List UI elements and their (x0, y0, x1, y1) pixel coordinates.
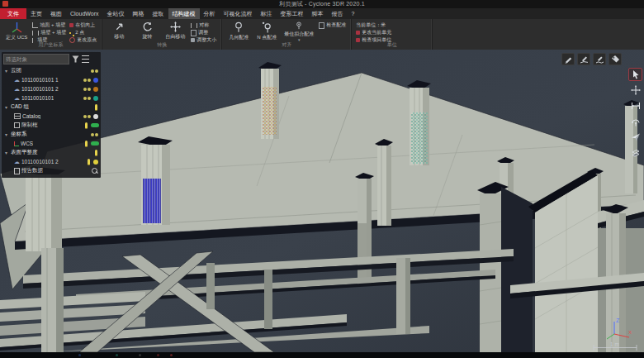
draw-tool-button[interactable] (561, 53, 575, 65)
adjust-button[interactable]: 调整 (191, 30, 216, 36)
catalog-icon (14, 113, 21, 119)
pan-icon (631, 85, 641, 95)
change-unit-icon (356, 31, 360, 35)
color-dot[interactable] (93, 160, 98, 165)
bulb-icon[interactable] (88, 159, 90, 165)
hamburger-icon[interactable] (82, 55, 89, 63)
model-column-pointcloud-blue[interactable] (138, 136, 173, 225)
taskbar-dot (139, 354, 141, 356)
eye-icon[interactable] (83, 115, 87, 118)
model-column-speckled-teal[interactable] (407, 80, 431, 165)
tab-mesh[interactable]: 网格 (129, 8, 149, 19)
group-label-ucs: 用户坐标系 (0, 41, 102, 49)
bulb-icon[interactable] (85, 122, 88, 129)
model-column-speckled-orange[interactable] (258, 62, 282, 139)
color-dot[interactable] (93, 78, 98, 83)
tab-structure-modeling[interactable]: 结构建模 (168, 8, 200, 19)
chevron-down-icon[interactable]: ▾ (5, 104, 9, 110)
tree-group-flatness[interactable]: ▾ 表面平整度 (3, 148, 99, 157)
tab-file[interactable]: 文件 (0, 8, 26, 19)
select-tool-button[interactable] (628, 68, 642, 81)
two-points-button[interactable]: 2 点 (69, 30, 97, 36)
taskbar-sliver (0, 352, 644, 358)
3d-viewport[interactable]: ▾ 云团 ☁ 10110010101 1 ☁ 10110010101 2 ☁ 1… (0, 50, 644, 352)
pencil-icon (564, 55, 573, 64)
chevron-down-icon[interactable]: ▾ (5, 68, 9, 74)
check-registration-button[interactable]: 检查配准 (319, 22, 346, 28)
bulb-icon[interactable] (95, 104, 97, 111)
tree-item-clipbox[interactable]: 限制框 (3, 121, 99, 130)
on-tangent-button[interactable]: 在切向上 (69, 22, 97, 28)
bulb-icon[interactable] (95, 150, 97, 156)
tree-item-cloud-1[interactable]: ☁ 10110010101 1 (3, 75, 99, 84)
wall-wall-button[interactable]: 墙壁 + 墙壁 (32, 30, 66, 36)
tab-deformation[interactable]: 变形工程 (277, 8, 308, 19)
toggle-on[interactable] (91, 141, 99, 146)
eye-icon[interactable] (91, 133, 94, 136)
tab-help[interactable]: ? (348, 8, 359, 19)
floor-wall-button[interactable]: 地面 + 墙壁 (32, 22, 66, 28)
mirror-button[interactable]: 对称 (191, 22, 216, 28)
tab-visualization[interactable]: 可视化流程 (220, 8, 257, 19)
free-move-button[interactable]: 自由移动 (163, 21, 187, 42)
tree-item-report-data[interactable]: 报告数据 (3, 166, 99, 175)
tree-item-cloud-2[interactable]: ☁ 10110010101 2 (3, 84, 99, 93)
report-icon (14, 168, 20, 174)
measure-distance-button[interactable] (628, 99, 642, 112)
tree-item-flatness-cloud[interactable]: ☁ 10110010101 2 (3, 157, 99, 166)
tree-item-catalog[interactable]: Catalog (3, 112, 99, 121)
tree-group-clouds[interactable]: ▾ 云团 (3, 66, 99, 75)
eye-icon[interactable] (83, 88, 87, 91)
change-unit-button[interactable]: 更改当前单元 (356, 30, 391, 36)
tab-cloudworx[interactable]: CloudWorx (66, 8, 103, 19)
tree-group-cad[interactable]: ▾ CAD 组 (3, 103, 99, 112)
rotate-button[interactable]: 旋转 (135, 21, 159, 42)
color-dot[interactable] (93, 96, 98, 101)
n-point-registration-button[interactable]: N 点配准 (254, 21, 279, 42)
pan-tool-button[interactable] (628, 84, 642, 97)
magnifier-icon[interactable] (92, 168, 97, 174)
chevron-down-icon[interactable]: ▾ (5, 150, 9, 155)
geometric-registration-button[interactable]: 几何配准 (226, 21, 251, 42)
color-dot[interactable] (93, 87, 98, 92)
eye-icon[interactable] (83, 79, 87, 82)
ribbon: 定义 UCS 地面 + 墙壁 墙壁 + 墙壁 墙壁 在切向上 2 点 更改原点 … (0, 19, 644, 50)
scale-label: 1 m (610, 341, 619, 347)
toggle-on[interactable] (91, 123, 99, 127)
filter-objects-input[interactable] (3, 54, 69, 64)
probe-tool-button-1[interactable] (577, 53, 590, 65)
eye-icon[interactable] (91, 69, 94, 73)
tab-analysis[interactable]: 分析 (200, 8, 220, 19)
tab-total-station[interactable]: 全站仪 (103, 8, 129, 19)
best-fit-registration-button[interactable]: 最佳拟合配准 ▾ (282, 21, 315, 42)
tab-script[interactable]: 脚本 (308, 8, 328, 19)
viewport-tool-strip (561, 53, 622, 65)
bulb-icon[interactable] (85, 141, 88, 147)
cursor-icon (631, 69, 641, 79)
tab-labeling[interactable]: 标注 (257, 8, 277, 19)
axes-icon (11, 21, 23, 33)
tab-view[interactable]: 视图 (46, 8, 66, 19)
layers-icon (631, 148, 641, 158)
color-dot[interactable] (93, 114, 98, 119)
tree-item-wcs[interactable]: WCS (3, 139, 99, 148)
ribbon-group-align: 几何配准 N 点配准 最佳拟合配准 ▾ 检查配准 (222, 19, 352, 50)
tree-item-cloud-3[interactable]: ☁ 10110010101 (3, 93, 99, 103)
chevron-down-icon[interactable]: ▾ (5, 131, 9, 137)
tab-report[interactable]: 报告 (328, 8, 348, 19)
eye-icon[interactable] (83, 97, 87, 100)
tab-home[interactable]: 主页 (26, 8, 46, 19)
probe-tool-button-2[interactable] (593, 53, 606, 65)
model-column-mid[interactable] (375, 139, 393, 226)
tree-group-coordinate-systems[interactable]: ▾ 坐标系 (3, 130, 99, 139)
cloud-icon: ☁ (14, 95, 20, 101)
tab-extract[interactable]: 提取 (149, 8, 168, 19)
fly-tool-button[interactable] (628, 131, 642, 144)
funnel-icon[interactable] (72, 55, 79, 63)
orbit-tool-button[interactable] (628, 115, 642, 128)
section-tool-button[interactable] (628, 146, 642, 160)
label-tool-button[interactable] (608, 53, 622, 65)
model-column-left[interactable] (22, 166, 65, 251)
define-ucs-button[interactable]: 定义 UCS (4, 21, 29, 42)
move-button[interactable]: 移动 (107, 21, 131, 42)
